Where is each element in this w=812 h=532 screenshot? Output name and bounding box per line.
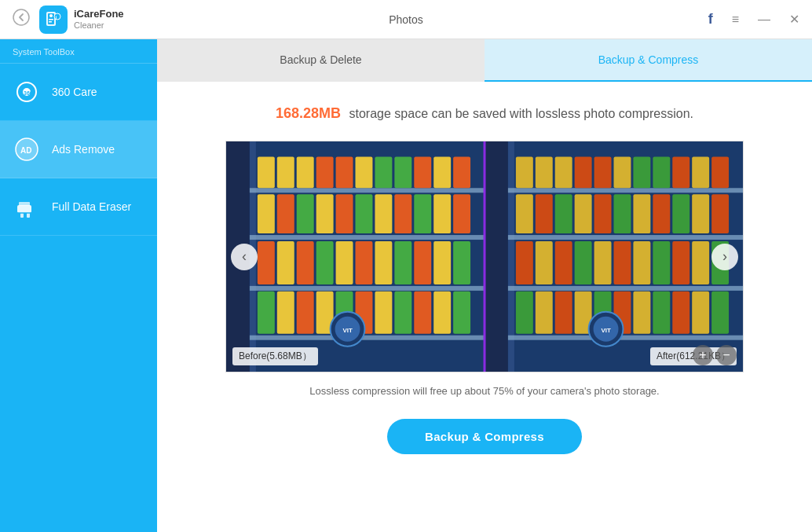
title-bar: i iCareFone Cleaner Photos f ≡ — ✕ <box>0 0 812 39</box>
svg-rect-15 <box>20 213 24 218</box>
svg-rect-22 <box>250 235 485 240</box>
svg-rect-104 <box>575 241 592 284</box>
svg-rect-34 <box>433 156 451 188</box>
svg-rect-118 <box>633 292 650 334</box>
svg-rect-5 <box>49 21 52 23</box>
ads-remove-icon: AD <box>13 135 41 163</box>
svg-rect-43 <box>394 194 411 233</box>
svg-rect-91 <box>536 194 553 233</box>
back-button[interactable] <box>9 6 33 33</box>
svg-rect-54 <box>394 241 411 284</box>
backup-compress-button[interactable]: Backup & Compress <box>387 419 582 454</box>
next-arrow[interactable]: › <box>711 244 738 270</box>
svg-rect-64 <box>375 292 392 334</box>
svg-rect-97 <box>653 194 670 233</box>
svg-rect-50 <box>316 241 334 284</box>
svg-rect-96 <box>633 194 650 233</box>
storage-text: storage space can be saved with lossless… <box>346 107 693 120</box>
app-name: iCareFone Cleaner <box>74 8 124 31</box>
storage-amount: 168.28MB <box>276 105 341 121</box>
svg-rect-40 <box>336 194 353 233</box>
sidebar-item-adsremove[interactable]: AD Ads Remove <box>0 121 157 178</box>
svg-rect-25 <box>258 156 275 188</box>
svg-rect-94 <box>594 194 612 233</box>
svg-rect-42 <box>375 194 392 233</box>
sidebar-item-fulleraser[interactable]: Full Data Eraser <box>0 178 157 236</box>
svg-rect-56 <box>433 241 451 284</box>
svg-rect-86 <box>653 156 670 188</box>
eraser-icon <box>13 193 41 221</box>
svg-text:VIT: VIT <box>343 327 353 334</box>
tabs: Backup & Delete Backup & Compress <box>157 39 812 82</box>
svg-rect-38 <box>297 194 314 233</box>
svg-rect-60 <box>297 292 314 334</box>
svg-rect-78 <box>508 336 743 340</box>
svg-rect-90 <box>516 194 533 233</box>
svg-rect-37 <box>277 194 294 233</box>
close-button[interactable]: ✕ <box>786 9 803 30</box>
svg-rect-100 <box>711 194 729 233</box>
menu-button[interactable]: ≡ <box>729 9 742 30</box>
svg-rect-114 <box>555 292 572 334</box>
minimize-button[interactable]: — <box>755 9 774 30</box>
svg-rect-81 <box>555 156 572 188</box>
svg-rect-21 <box>250 188 485 193</box>
zoom-in-button[interactable]: + <box>693 345 713 365</box>
svg-rect-4 <box>49 19 53 20</box>
svg-rect-49 <box>297 241 314 284</box>
svg-rect-88 <box>692 156 709 188</box>
svg-rect-32 <box>394 156 411 188</box>
sidebar: System ToolBox 360 360 Care AD Ads Remov… <box>0 39 157 532</box>
svg-rect-58 <box>258 292 275 334</box>
before-label: Before(5.68MB） <box>232 347 318 365</box>
svg-rect-53 <box>375 241 392 284</box>
svg-rect-99 <box>692 194 709 233</box>
svg-rect-98 <box>672 194 689 233</box>
svg-rect-67 <box>433 292 451 334</box>
svg-rect-82 <box>575 156 592 188</box>
svg-rect-26 <box>277 156 294 188</box>
zoom-out-button[interactable]: − <box>716 345 737 365</box>
svg-rect-39 <box>316 194 334 233</box>
svg-rect-119 <box>653 292 670 334</box>
compression-note: Lossless compression will free up about … <box>309 385 659 397</box>
svg-rect-24 <box>250 336 485 340</box>
svg-rect-108 <box>653 241 670 284</box>
svg-rect-106 <box>614 241 631 284</box>
svg-rect-52 <box>356 241 373 284</box>
tab-backup-compress[interactable]: Backup & Compress <box>485 39 812 82</box>
svg-rect-89 <box>711 156 729 188</box>
svg-rect-44 <box>414 194 431 233</box>
svg-rect-33 <box>414 156 431 188</box>
sidebar-section-label: System ToolBox <box>0 39 157 64</box>
svg-rect-55 <box>414 241 431 284</box>
content-area: Backup & Delete Backup & Compress 168.28… <box>157 39 812 532</box>
svg-rect-14 <box>19 202 30 206</box>
svg-rect-28 <box>316 156 334 188</box>
svg-rect-31 <box>375 156 392 188</box>
sidebar-item-adsremove-label: Ads Remove <box>52 143 115 156</box>
svg-rect-35 <box>453 156 470 188</box>
svg-rect-85 <box>633 156 650 188</box>
svg-text:VIT: VIT <box>602 327 612 334</box>
svg-rect-45 <box>433 194 451 233</box>
svg-rect-27 <box>297 156 314 188</box>
svg-rect-77 <box>508 286 743 291</box>
window-controls: f ≡ — ✕ <box>705 8 803 31</box>
svg-rect-93 <box>575 194 592 233</box>
svg-rect-79 <box>516 156 533 188</box>
image-comparison: VIT Before(5.68MB） <box>225 141 744 372</box>
svg-text:360: 360 <box>24 90 33 96</box>
svg-rect-112 <box>516 292 533 334</box>
svg-rect-121 <box>692 292 709 334</box>
facebook-button[interactable]: f <box>705 8 716 31</box>
svg-rect-51 <box>336 241 353 284</box>
prev-arrow[interactable]: ‹ <box>231 244 258 270</box>
svg-rect-23 <box>250 286 485 291</box>
svg-rect-13 <box>17 205 31 213</box>
tab-backup-delete[interactable]: Backup & Delete <box>157 39 485 82</box>
sidebar-item-360care[interactable]: 360 360 Care <box>0 64 157 121</box>
svg-rect-87 <box>672 156 689 188</box>
after-image: VIT After(612.21KB） <box>485 141 743 372</box>
svg-rect-80 <box>536 156 553 188</box>
